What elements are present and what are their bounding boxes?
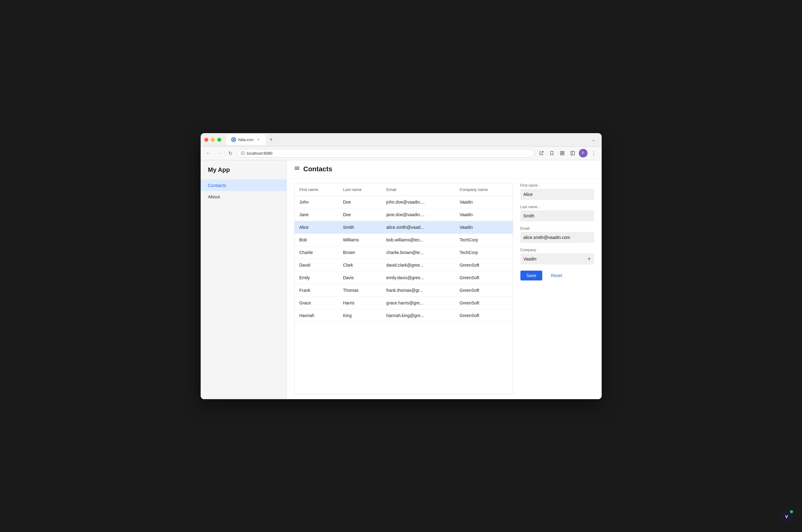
cell-email: bob.williams@tec... (381, 233, 455, 246)
company-label: Company · (521, 248, 594, 252)
cell-firstname: Charlie (294, 246, 338, 259)
first-name-label: First name · (521, 183, 594, 188)
save-button[interactable]: Save (521, 271, 543, 281)
cell-company: GreenSoft (455, 271, 512, 284)
company-field: Company · Vaadin TechCorp GreenSoft ▼ (521, 248, 594, 264)
close-button[interactable] (204, 138, 208, 142)
cell-company: GreenSoft (455, 297, 512, 309)
cell-email: david.clark@gree... (381, 259, 455, 271)
cell-firstname: Frank (294, 284, 338, 297)
browser-titlebar: hilla-crm × + ⌄ (201, 133, 602, 147)
sidebar-toggle-icon[interactable] (568, 149, 577, 157)
contacts-table-wrapper: First name Last name Email Company name … (294, 183, 513, 394)
col-company: Company name (455, 184, 512, 196)
forward-button[interactable]: → (215, 149, 224, 157)
detail-form: First name · Last name · Email · (521, 183, 594, 394)
svg-rect-7 (571, 151, 575, 155)
tab-bar: hilla-crm × + (226, 134, 589, 145)
svg-point-2 (242, 153, 243, 154)
cell-email: emily.davis@gree... (381, 271, 455, 284)
cell-firstname: Bob (294, 233, 338, 246)
reload-button[interactable]: ↻ (226, 149, 234, 157)
table-row[interactable]: HannahKinghannah.king@gre...GreenSoft (294, 309, 513, 322)
bookmark-icon[interactable] (547, 149, 556, 157)
cell-company: GreenSoft (455, 259, 512, 271)
share-icon[interactable] (537, 149, 546, 157)
vaadin-logo: V (785, 514, 788, 519)
minimize-button[interactable] (211, 138, 215, 142)
maximize-button[interactable] (217, 138, 221, 142)
table-row[interactable]: FrankThomasfrank.thomas@gr...GreenSoft (294, 284, 513, 297)
new-tab-button[interactable]: + (267, 135, 275, 144)
app-layout: My App Contacts About Contacts (201, 160, 602, 399)
table-row[interactable]: JaneDoejane.doe@vaadin....Vaadin (294, 208, 513, 221)
toolbar-actions: P ⋮ (537, 149, 598, 157)
tab-favicon (231, 137, 236, 142)
table-row[interactable]: DavidClarkdavid.clark@gree...GreenSoft (294, 259, 513, 271)
more-options-icon[interactable]: ⋮ (589, 149, 598, 157)
cell-lastname: Williams (338, 233, 381, 246)
table-row[interactable]: EmilyDavisemily.davis@gree...GreenSoft (294, 271, 513, 284)
cell-email: alice.smith@vaad... (381, 221, 455, 233)
cell-firstname: Emily (294, 271, 338, 284)
cell-email: grace.harris@gre... (381, 297, 455, 309)
table-row[interactable]: BobWilliamsbob.williams@tec...TechCorp (294, 233, 513, 246)
cell-company: GreenSoft (455, 309, 512, 322)
last-name-input[interactable] (521, 210, 594, 222)
col-email: Email (381, 184, 455, 196)
svg-rect-6 (563, 153, 564, 155)
window-dropdown-icon[interactable]: ⌄ (589, 135, 598, 144)
email-field: Email · (521, 226, 594, 243)
contacts-table: First name Last name Email Company name … (294, 184, 513, 322)
address-bar[interactable]: localhost:8080 (237, 149, 534, 157)
col-firstname: First name (294, 184, 338, 196)
sidebar-item-about[interactable]: About (201, 191, 287, 202)
cell-lastname: Clark (338, 259, 381, 271)
company-select[interactable]: Vaadin TechCorp GreenSoft (521, 253, 594, 264)
cell-company: TechCorp (455, 246, 512, 259)
last-name-label: Last name · (521, 205, 594, 209)
cell-firstname: Hannah (294, 309, 338, 322)
cell-firstname: Grace (294, 297, 338, 309)
hamburger-menu-icon[interactable] (294, 166, 300, 172)
cell-lastname: King (338, 309, 381, 322)
cell-lastname: Brown (338, 246, 381, 259)
table-row[interactable]: JohnDoejohn.doe@vaadin....Vaadin (294, 195, 513, 208)
cell-company: Vaadin (455, 195, 512, 208)
cell-email: john.doe@vaadin.... (381, 195, 455, 208)
table-row[interactable]: AliceSmithalice.smith@vaad...Vaadin (294, 221, 513, 233)
col-lastname: Last name (338, 184, 381, 196)
svg-rect-4 (563, 151, 564, 153)
sidebar-item-contacts[interactable]: Contacts (201, 179, 287, 191)
back-button[interactable]: ← (204, 149, 213, 157)
cell-firstname: John (294, 195, 338, 208)
sidebar-nav: Contacts About (201, 179, 287, 202)
page-title: Contacts (304, 165, 332, 173)
cell-firstname: Jane (294, 208, 338, 221)
cell-email: hannah.king@gre... (381, 309, 455, 322)
cell-lastname: Doe (338, 208, 381, 221)
app-name: My App (201, 166, 287, 179)
cell-lastname: Davis (338, 271, 381, 284)
extensions-icon[interactable] (558, 149, 567, 157)
vaadin-badge[interactable]: V (781, 511, 792, 522)
cell-email: jane.doe@vaadin.... (381, 208, 455, 221)
profile-avatar[interactable]: P (579, 149, 587, 157)
first-name-field: First name · (521, 183, 594, 200)
cell-lastname: Smith (338, 221, 381, 233)
main-content: Contacts First name Last name Email Comp… (287, 160, 602, 399)
first-name-input[interactable] (521, 189, 594, 200)
active-tab[interactable]: hilla-crm × (226, 134, 266, 145)
cell-company: GreenSoft (455, 284, 512, 297)
tab-title: hilla-crm (238, 137, 254, 142)
url-text: localhost:8080 (247, 151, 273, 156)
reset-button[interactable]: Reset (545, 271, 568, 281)
browser-toolbar: ← → ↻ localhost:8080 P ⋮ (201, 147, 602, 160)
email-input[interactable] (521, 232, 594, 243)
vaadin-status-dot (790, 510, 793, 513)
table-row[interactable]: CharlieBrowncharlie.brown@te...TechCorp (294, 246, 513, 259)
tab-close-button[interactable]: × (256, 137, 261, 142)
table-row[interactable]: GraceHarrisgrace.harris@gre...GreenSoft (294, 297, 513, 309)
cell-firstname: Alice (294, 221, 338, 233)
last-name-field: Last name · (521, 205, 594, 222)
